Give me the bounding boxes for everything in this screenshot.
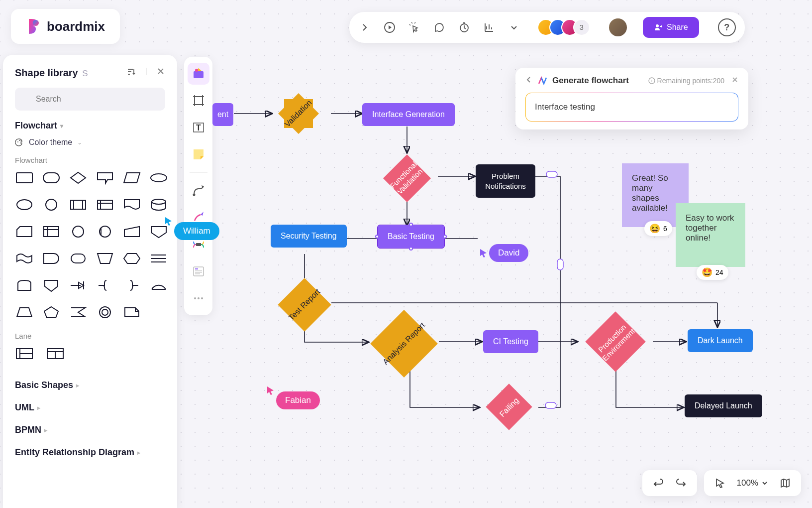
shape-lane-horizontal[interactable]	[15, 346, 34, 361]
chart-icon[interactable]	[483, 21, 496, 34]
palette-icon	[15, 138, 24, 147]
shape-rectangle[interactable]	[15, 170, 34, 185]
tool-more[interactable]	[188, 287, 209, 309]
close-icon[interactable]	[731, 76, 738, 85]
node-basic-testing[interactable]: Basic Testing	[377, 225, 445, 249]
section-flowchart[interactable]: Flowchart ▾	[15, 121, 165, 131]
tool-sticky[interactable]	[188, 143, 209, 165]
shape-rounded-rect[interactable]	[42, 170, 61, 185]
shape-note[interactable]	[122, 305, 141, 320]
shape-table[interactable]	[42, 224, 61, 239]
shape-sum-junction[interactable]	[69, 305, 88, 320]
chevron-down-icon[interactable]	[508, 21, 520, 34]
shape-trapezoid[interactable]	[15, 305, 34, 320]
node-security-testing[interactable]: Security Testing	[271, 225, 347, 248]
shape-manual-input[interactable]	[122, 224, 141, 239]
node-ci-testing[interactable]: CI Testing	[483, 330, 538, 353]
shape-document[interactable]	[122, 197, 141, 212]
shape-delay[interactable]	[42, 251, 61, 266]
shape-internal-storage[interactable]	[96, 197, 114, 212]
color-theme-button[interactable]: Color theme ⌄	[15, 138, 165, 147]
category-uml[interactable]: UML▸	[15, 396, 165, 419]
node-validation[interactable]: Validation	[284, 99, 313, 128]
tool-connector[interactable]	[188, 180, 209, 202]
svg-point-41	[195, 69, 198, 72]
svg-rect-9	[43, 173, 59, 183]
help-button[interactable]: ?	[718, 18, 736, 36]
ai-generate-panel: Generate flowchart i Remaining points:20…	[515, 68, 748, 129]
svg-rect-26	[71, 254, 85, 263]
shape-lane-vertical[interactable]	[46, 346, 65, 361]
shape-circle[interactable]	[42, 197, 61, 212]
node-dark-launch[interactable]: Dark Launch	[688, 329, 753, 352]
svg-point-49	[193, 194, 195, 196]
search-input[interactable]	[15, 88, 165, 111]
shape-grid-flowchart	[15, 170, 165, 320]
sticky-note-2[interactable]: Easy to work together online!	[676, 203, 745, 267]
shape-callout[interactable]	[96, 170, 114, 185]
shape-bracket-left[interactable]	[122, 278, 141, 293]
shape-or[interactable]	[96, 224, 114, 239]
shape-pentagon[interactable]	[42, 305, 61, 320]
share-button[interactable]: Share	[643, 17, 699, 38]
timer-icon[interactable]	[458, 21, 471, 34]
node-functional-validation[interactable]: Functional Validation	[383, 154, 430, 202]
node-failing[interactable]: Failing	[486, 383, 533, 431]
node-ent[interactable]: ent	[212, 103, 233, 126]
ai-input[interactable]	[527, 94, 737, 120]
pointer-tool[interactable]	[714, 477, 726, 489]
tool-text[interactable]: T	[188, 117, 209, 138]
shape-shield[interactable]	[42, 278, 61, 293]
shape-terminator[interactable]	[149, 170, 168, 185]
logo-card[interactable]: boardmix	[11, 9, 120, 44]
tool-template[interactable]	[188, 260, 209, 282]
category-bpmn[interactable]: BPMN▸	[15, 419, 165, 441]
shape-display[interactable]	[69, 251, 88, 266]
zoom-control[interactable]: 100%	[737, 478, 768, 488]
shape-arc[interactable]	[149, 278, 168, 293]
category-basic-shapes[interactable]: Basic Shapes▸	[15, 374, 165, 396]
undo-button[interactable]	[652, 477, 664, 489]
shape-database[interactable]	[149, 197, 168, 212]
back-icon[interactable]	[525, 76, 532, 86]
shape-diamond[interactable]	[69, 170, 88, 185]
shape-bracket-right[interactable]	[96, 278, 114, 293]
node-production-env[interactable]: Production Environment	[578, 312, 653, 372]
shape-double-circle[interactable]	[96, 305, 114, 320]
sticky-reaction-1[interactable]: 😆6	[644, 221, 672, 236]
shape-card[interactable]	[15, 224, 34, 239]
shape-offpage[interactable]	[149, 224, 168, 239]
close-icon[interactable]	[156, 67, 165, 79]
collaborator-avatars[interactable]: 3	[537, 19, 590, 36]
shape-tape[interactable]	[15, 251, 34, 266]
tool-shapes[interactable]	[188, 63, 209, 85]
shape-parallelogram[interactable]	[122, 170, 141, 185]
node-analysis-report[interactable]: Analysis Report	[369, 309, 439, 379]
avatar-overflow-count[interactable]: 3	[573, 19, 590, 36]
node-interface-generation[interactable]: Interface Generation	[362, 103, 455, 126]
current-user-avatar[interactable]	[609, 18, 627, 36]
tool-frame[interactable]	[188, 90, 209, 112]
shape-manual-op[interactable]	[96, 251, 114, 266]
click-icon[interactable]	[408, 21, 421, 34]
shape-ellipse[interactable]	[15, 197, 34, 212]
shape-connector[interactable]	[69, 224, 88, 239]
svg-point-33	[102, 309, 108, 315]
node-problem-notifications[interactable]: Problem Notifications	[476, 164, 535, 198]
shape-hexagon[interactable]	[122, 251, 141, 266]
redo-button[interactable]	[675, 477, 687, 489]
shape-library-panel: Shape library S | Flowchart ▾ Color them…	[3, 55, 177, 508]
shape-offscreen[interactable]	[15, 278, 34, 293]
shape-stack[interactable]	[149, 251, 168, 266]
sticky-reaction-2[interactable]: 🤩24	[697, 265, 728, 280]
node-delayed-launch[interactable]: Delayed Launch	[685, 394, 762, 417]
comment-icon[interactable]	[433, 21, 446, 34]
shape-merge-arrow[interactable]	[69, 278, 88, 293]
chevron-right-icon[interactable]	[358, 21, 371, 34]
node-test-report[interactable]: Test Report	[278, 278, 331, 332]
play-icon[interactable]	[383, 21, 396, 34]
shape-predefined[interactable]	[69, 197, 88, 212]
category-entity-relationship[interactable]: Entity Relationship Diagram▸	[15, 441, 165, 464]
map-view-button[interactable]	[779, 477, 791, 489]
sort-icon[interactable]	[126, 67, 136, 79]
